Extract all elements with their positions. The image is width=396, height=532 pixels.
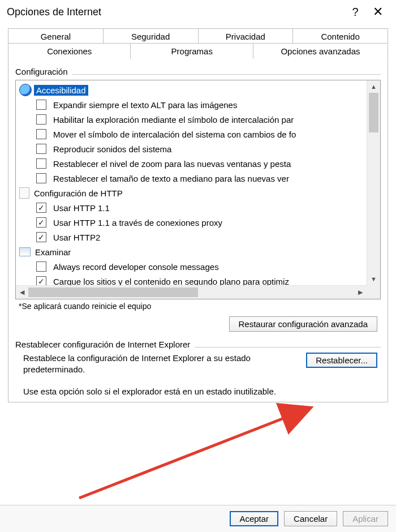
settings-tree: Accesibilidad Expandir siempre el texto … (15, 80, 381, 299)
checkbox[interactable] (36, 129, 46, 139)
setting-label: Restablecer el tamaño de texto a mediano… (51, 173, 291, 184)
checkbox[interactable] (36, 158, 46, 169)
checkbox[interactable] (36, 232, 46, 242)
apply-button[interactable]: Aplicar (343, 511, 388, 526)
tab-advanced[interactable]: Opciones avanzadas (253, 43, 388, 59)
reset-button[interactable]: Restablecer... (306, 353, 377, 368)
tab-content[interactable]: Contenido (292, 28, 388, 44)
tab-security[interactable]: Seguridad (103, 28, 199, 44)
checkbox[interactable] (36, 276, 46, 285)
reset-group-header: Restablecer configuración de Internet Ex… (15, 340, 381, 349)
scroll-right-icon[interactable]: ▶ (354, 286, 367, 299)
help-icon[interactable]: ? (344, 6, 367, 19)
page-icon (19, 187, 29, 199)
setting-background-load[interactable]: Cargue los sitios y el contenido en segu… (16, 274, 367, 285)
setting-label: Usar HTTP 1.1 a través de conexiones pro… (51, 217, 225, 228)
setting-system-sounds[interactable]: Reproducir sonidos del sistema (16, 141, 367, 156)
setting-http11-proxy[interactable]: Usar HTTP 1.1 a través de conexiones pro… (16, 215, 367, 230)
tabs-row-1: General Seguridad Privacidad Contenido (8, 28, 388, 44)
setting-http2[interactable]: Usar HTTP2 (16, 230, 367, 244)
tab-programs[interactable]: Programas (130, 43, 253, 59)
annotation-arrow-icon (74, 396, 345, 504)
checkbox[interactable] (36, 173, 46, 183)
scroll-up-icon[interactable]: ▲ (367, 80, 380, 93)
category-accessibility[interactable]: Accesibilidad (16, 83, 367, 97)
tabs-row-2: Conexiones Programas Opciones avanzadas (8, 43, 388, 59)
settings-tree-viewport[interactable]: Accesibilidad Expandir siempre el texto … (16, 80, 367, 285)
setting-label: Expandir siempre el texto ALT para las i… (51, 100, 239, 110)
restart-note: *Se aplicará cuando reinicie el equipo (15, 299, 381, 316)
reset-warning: Use esta opción solo si el explorador es… (15, 376, 381, 400)
checkbox[interactable] (36, 261, 46, 272)
divider (195, 347, 381, 347)
setting-alt-text[interactable]: Expandir siempre el texto ALT para las i… (16, 97, 367, 112)
setting-label: Usar HTTP2 (51, 232, 102, 243)
tab-panel-advanced: Configuración Accesibilidad Expandir sie… (8, 58, 388, 402)
svg-line-0 (79, 407, 311, 498)
setting-http11[interactable]: Usar HTTP 1.1 (16, 200, 367, 215)
tab-general[interactable]: General (8, 28, 104, 44)
setting-label: Always record developer console messages (51, 261, 221, 272)
scroll-corner (367, 285, 380, 299)
scroll-thumb[interactable] (369, 93, 378, 132)
restore-advanced-button[interactable]: Restaurar configuración avanzada (229, 316, 377, 332)
setting-label: Usar HTTP 1.1 (51, 203, 112, 213)
checkbox[interactable] (36, 114, 46, 125)
category-label: Configuración de HTTP (32, 188, 125, 199)
window-icon (19, 247, 31, 256)
setting-reset-text-size[interactable]: Restablecer el tamaño de texto a mediano… (16, 171, 367, 186)
category-examine[interactable]: Examinar (16, 244, 367, 259)
checkbox[interactable] (36, 100, 46, 110)
category-label: Accesibilidad (34, 85, 88, 96)
settings-group-header: Configuración (15, 67, 381, 76)
setting-label: Reproducir sonidos del sistema (51, 144, 174, 155)
window-title: Opciones de Internet (7, 6, 344, 18)
scroll-thumb[interactable] (28, 288, 198, 297)
checkbox[interactable] (36, 203, 46, 213)
checkbox[interactable] (36, 217, 46, 228)
scroll-left-icon[interactable]: ◀ (16, 286, 28, 299)
title-bar: Opciones de Internet ? ✕ (0, 0, 396, 26)
setting-label: Cargue los sitios y el contenido en segu… (51, 276, 291, 286)
setting-label: Habilitar la exploración mediante el sím… (51, 114, 296, 125)
ok-button[interactable]: Aceptar (230, 511, 278, 526)
vertical-scrollbar[interactable]: ▲ ▼ (367, 80, 380, 285)
setting-dev-console[interactable]: Always record developer console messages (16, 259, 367, 274)
horizontal-scrollbar[interactable]: ◀ ▶ (16, 285, 367, 299)
setting-label: Restablecer el nivel de zoom para las nu… (51, 158, 293, 169)
tab-connections[interactable]: Conexiones (8, 43, 131, 59)
dialog-footer: Aceptar Cancelar Aplicar (0, 505, 396, 532)
reset-group-label: Restablecer configuración de Internet Ex… (15, 340, 190, 349)
divider (72, 74, 381, 75)
category-label: Examinar (33, 247, 73, 258)
checkbox[interactable] (36, 144, 46, 154)
setting-label: Mover el símbolo de intercalación del si… (51, 129, 298, 140)
settings-group-label: Configuración (15, 67, 68, 76)
setting-caret-browsing[interactable]: Habilitar la exploración mediante el sím… (16, 112, 367, 127)
tab-privacy[interactable]: Privacidad (198, 28, 294, 44)
globe-icon (19, 84, 32, 96)
category-http[interactable]: Configuración de HTTP (16, 186, 367, 200)
scroll-down-icon[interactable]: ▼ (367, 273, 380, 285)
close-icon[interactable]: ✕ (367, 5, 389, 19)
setting-reset-zoom[interactable]: Restablecer el nivel de zoom para las nu… (16, 156, 367, 171)
setting-move-caret[interactable]: Mover el símbolo de intercalación del si… (16, 127, 367, 141)
reset-description: Restablece la configuración de Internet … (15, 353, 306, 376)
cancel-button[interactable]: Cancelar (284, 511, 337, 526)
